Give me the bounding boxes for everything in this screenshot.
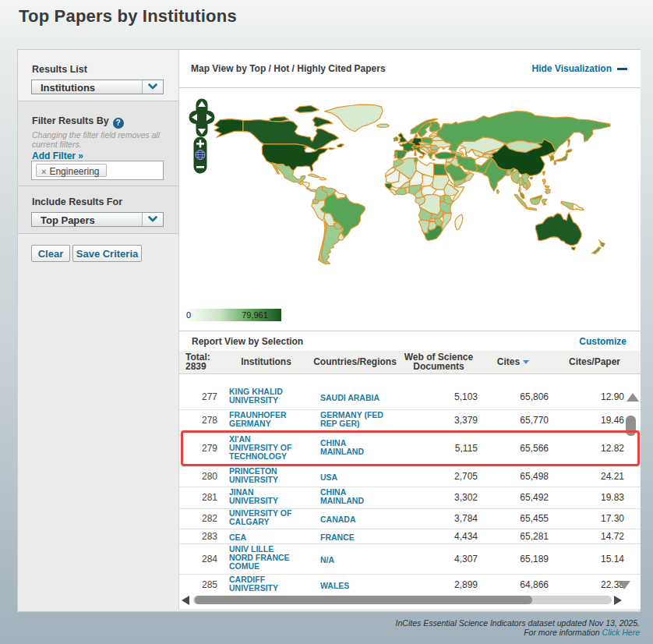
- map-country-srilanka[interactable]: [497, 189, 499, 193]
- map-country-crete[interactable]: [432, 160, 436, 161]
- map-country-ellesmere[interactable]: [295, 106, 319, 113]
- click-here-link[interactable]: Click Here: [602, 628, 640, 637]
- docs-header[interactable]: Web of Science Documents: [400, 351, 478, 373]
- institution-link[interactable]: XI'AN UNIVERSITY OF TECHNOLOGY: [229, 435, 298, 461]
- results-list-select[interactable]: Institutions: [31, 80, 164, 94]
- map-country-mozambique[interactable]: [442, 213, 452, 230]
- map-view-header: Map View by Top / Hot / Highly Cited Pap…: [179, 50, 641, 88]
- map-country-greenland[interactable]: [325, 104, 383, 132]
- map-country-visayas[interactable]: [545, 186, 549, 188]
- map-country-nz_south[interactable]: [592, 247, 601, 254]
- map-country-senegal[interactable]: [385, 183, 392, 189]
- table-row[interactable]: 280 PRINCETON UNIVERSITY USA 2,705 65,49…: [179, 466, 641, 487]
- institution-link[interactable]: PRINCETON UNIVERSITY: [229, 467, 298, 484]
- map-country-uk[interactable]: [398, 133, 407, 143]
- table-row[interactable]: 285 CARDIFF UNIVERSITY WALES 2,899 64,86…: [179, 574, 641, 592]
- institution-link[interactable]: JINAN UNIVERSITY: [229, 488, 298, 505]
- table-row[interactable]: 281 JINAN UNIVERSITY CHINA MAINLAND 3,30…: [179, 487, 641, 508]
- include-results-select[interactable]: Top Papers: [31, 212, 164, 227]
- map-country-baffin[interactable]: [312, 117, 333, 127]
- map-country-malay_pen[interactable]: [521, 193, 524, 199]
- map-country-java[interactable]: [526, 207, 537, 211]
- map-country-skorea[interactable]: [550, 155, 554, 161]
- map-country-costa_panama[interactable]: [306, 188, 316, 192]
- report-view-title: Report View by Selection: [192, 336, 303, 347]
- cites-cell: 65,281: [478, 529, 549, 543]
- map-country-guinea_cs[interactable]: [390, 189, 397, 195]
- institution-link[interactable]: CEA: [229, 533, 298, 542]
- cites-header[interactable]: Cites: [478, 351, 549, 373]
- table-row[interactable]: 282 UNIVERSITY OF CALGARY CANADA 3,784 6…: [179, 508, 641, 529]
- filter-tag[interactable]: ×Engineering: [36, 164, 107, 177]
- remove-tag-icon[interactable]: ×: [41, 167, 46, 176]
- map-zoom-control[interactable]: [193, 136, 207, 174]
- map-country-bulgaria[interactable]: [431, 150, 438, 153]
- map-country-denmark[interactable]: [415, 134, 418, 137]
- filter-tag-label: Engineering: [49, 166, 99, 177]
- map-country-newfoundland[interactable]: [337, 144, 344, 147]
- map-country-portugal[interactable]: [394, 152, 397, 157]
- map-country-honduras_nic[interactable]: [302, 182, 309, 188]
- save-criteria-button[interactable]: Save Criteria: [72, 245, 142, 262]
- docs-cell: 4,434: [400, 529, 478, 543]
- map-country-taiwan[interactable]: [543, 172, 545, 175]
- docs-cell: 3,379: [400, 409, 478, 430]
- map-country-luzon[interactable]: [543, 179, 546, 184]
- table-row[interactable]: 284 UNIV LILLE NORD FRANCE COMUE N/A 4,3…: [179, 543, 641, 574]
- institution-link[interactable]: KING KHALID UNIVERSITY: [229, 387, 298, 405]
- map-country-uganda[interactable]: [440, 195, 446, 202]
- map-pan-control[interactable]: [189, 98, 215, 137]
- table-row[interactable]: 278 FRAUNHOFER GERMANY GERMANY (FED REP …: [179, 409, 641, 430]
- map-country-australia[interactable]: [535, 213, 581, 246]
- map-country-iceland[interactable]: [377, 124, 390, 127]
- map-country-mindanao[interactable]: [545, 189, 550, 194]
- map-country-hainan[interactable]: [530, 177, 532, 179]
- map-country-sulawesi[interactable]: [542, 199, 547, 205]
- rank-cell: 283: [179, 529, 222, 543]
- horizontal-scrollbar-track[interactable]: [193, 596, 612, 604]
- table-row[interactable]: 283 CEA FRANCE 4,434 65,281 14.72: [179, 529, 641, 543]
- filter-input[interactable]: ×Engineering: [31, 161, 164, 180]
- help-icon[interactable]: ?: [113, 118, 124, 129]
- map-country-sicily[interactable]: [419, 157, 422, 158]
- cites-paper-header[interactable]: Cites/Paper: [549, 351, 641, 373]
- vertical-scrollbar-thumb[interactable]: [626, 416, 636, 436]
- map-country-hispaniola[interactable]: [320, 178, 326, 180]
- map-country-nz_north[interactable]: [599, 240, 605, 247]
- horizontal-scrollbar-thumb[interactable]: [195, 596, 532, 604]
- table-row[interactable]: 277 KING KHALID UNIVERSITY SAUDI ARABIA …: [179, 384, 641, 409]
- customize-link[interactable]: Customize: [579, 336, 627, 347]
- scroll-down-arrow[interactable]: [618, 581, 630, 589]
- map-country-tasmania[interactable]: [571, 247, 575, 250]
- countries-header[interactable]: Countries/Regions: [310, 351, 400, 373]
- scroll-left-arrow[interactable]: [182, 596, 189, 605]
- hide-visualization-link[interactable]: Hide Visualization: [532, 63, 627, 74]
- map-country-madagascar[interactable]: [455, 214, 463, 230]
- map-country-ireland[interactable]: [394, 137, 398, 142]
- scroll-up-arrow[interactable]: [627, 393, 639, 402]
- map-country-japan_kyushu[interactable]: [554, 162, 556, 165]
- chevron-down-icon: [142, 80, 163, 94]
- map-country-papua_id[interactable]: [561, 201, 573, 210]
- map-country-japan_hokkaido[interactable]: [567, 150, 572, 153]
- map-country-corsica[interactable]: [415, 151, 416, 153]
- institution-link[interactable]: UNIVERSITY OF CALGARY: [229, 509, 298, 526]
- map-country-japan_honshu[interactable]: [554, 153, 567, 162]
- institution-link[interactable]: CARDIFF UNIVERSITY: [229, 575, 298, 592]
- docs-cell: 2,899: [400, 574, 478, 592]
- add-filter-link[interactable]: Add Filter »: [32, 150, 83, 161]
- scroll-right-arrow[interactable]: [614, 596, 622, 605]
- map-country-greece[interactable]: [428, 153, 435, 159]
- map-country-cuba[interactable]: [308, 174, 319, 178]
- institution-link[interactable]: UNIV LILLE NORD FRANCE COMUE: [229, 545, 298, 571]
- map-country-png[interactable]: [573, 203, 584, 211]
- map-country-sakhalin[interactable]: [567, 139, 570, 147]
- map-country-alaska[interactable]: [214, 119, 243, 138]
- institution-link[interactable]: FRAUNHOFER GERMANY: [229, 411, 298, 428]
- table-row[interactable]: 279 XI'AN UNIVERSITY OF TECHNOLOGY CHINA…: [179, 430, 641, 466]
- map-country-novascotia[interactable]: [329, 148, 335, 150]
- clear-button[interactable]: Clear: [31, 245, 70, 262]
- map-country-sardinia[interactable]: [415, 153, 416, 155]
- map-country-bangladesh[interactable]: [507, 170, 511, 175]
- institutions-header[interactable]: Institutions: [222, 351, 310, 373]
